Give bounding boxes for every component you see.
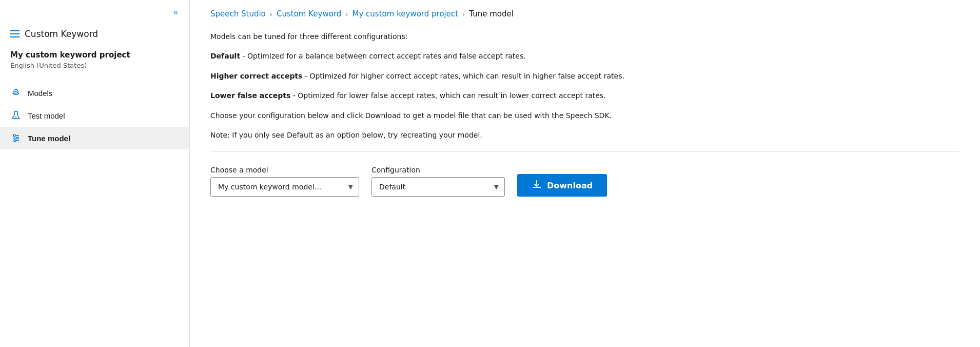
option-lower-term: Lower false accepts: [210, 91, 290, 100]
option-default-desc: - Optimized for a balance between correc…: [240, 52, 526, 60]
breadcrumb: Speech Studio › Custom Keyword › My cust…: [210, 0, 959, 31]
model-select[interactable]: My custom keyword model...: [210, 177, 359, 197]
sidebar-collapse-bar: «: [0, 0, 189, 23]
svg-point-8: [14, 140, 16, 142]
model-field: Choose a model My custom keyword model..…: [210, 166, 359, 197]
option-higher: Higher correct accepts - Optimized for h…: [210, 70, 959, 82]
sidebar-item-models[interactable]: Models: [0, 82, 189, 104]
breadcrumb-project[interactable]: My custom keyword project: [352, 9, 459, 18]
sidebar-item-tune-model-label: Tune model: [28, 134, 70, 143]
config-select[interactable]: Default Higher correct accepts Lower fal…: [371, 177, 505, 197]
config-select-wrapper: Default Higher correct accepts Lower fal…: [371, 177, 505, 197]
breadcrumb-sep-3: ›: [462, 10, 465, 18]
download-icon: [532, 179, 542, 191]
choose-paragraph: Choose your configuration below and clic…: [210, 110, 959, 121]
model-select-wrapper: My custom keyword model... ▼: [210, 177, 359, 197]
option-default-term: Default: [210, 52, 240, 60]
option-lower: Lower false accepts - Optimized for lowe…: [210, 90, 959, 101]
option-default: Default - Optimized for a balance betwee…: [210, 50, 959, 62]
option-higher-desc: - Optimized for higher correct accept ra…: [302, 72, 624, 80]
project-name: My custom keyword project: [10, 50, 179, 60]
models-icon: [10, 88, 22, 98]
main-content: Speech Studio › Custom Keyword › My cust…: [190, 0, 980, 347]
form-area: Choose a model My custom keyword model..…: [210, 166, 959, 197]
sidebar-item-test-model[interactable]: Test model: [0, 104, 189, 127]
option-lower-desc: - Optimized for lower false accept rates…: [290, 91, 605, 100]
note-paragraph: Note: If you only see Default as an opti…: [210, 129, 959, 141]
sidebar: « Custom Keyword My custom keyword proje…: [0, 0, 190, 347]
breadcrumb-sep-2: ›: [345, 10, 348, 18]
tune-icon: [10, 133, 22, 143]
svg-point-6: [16, 137, 18, 139]
download-button[interactable]: Download: [517, 174, 607, 197]
model-label: Choose a model: [210, 166, 359, 174]
sidebar-nav: Models Test model: [0, 82, 189, 149]
hamburger-icon[interactable]: [10, 30, 19, 37]
app-title-label: Custom Keyword: [25, 29, 98, 39]
breadcrumb-custom-keyword[interactable]: Custom Keyword: [277, 9, 341, 18]
config-label: Configuration: [371, 166, 505, 174]
option-higher-term: Higher correct accepts: [210, 72, 302, 80]
config-field: Configuration Default Higher correct acc…: [371, 166, 505, 197]
content-body: Models can be tuned for three different …: [210, 31, 959, 332]
download-label: Download: [547, 181, 593, 190]
sidebar-app-title: Custom Keyword: [0, 23, 189, 48]
breadcrumb-current: Tune model: [469, 9, 514, 18]
sidebar-project-section: My custom keyword project English (Unite…: [0, 48, 189, 78]
breadcrumb-sep-1: ›: [270, 10, 272, 18]
intro-paragraph: Models can be tuned for three different …: [210, 31, 959, 42]
sidebar-collapse-button[interactable]: «: [170, 7, 181, 17]
svg-point-1: [15, 91, 17, 92]
divider: [210, 151, 959, 151]
breadcrumb-speech-studio[interactable]: Speech Studio: [210, 9, 266, 18]
sidebar-item-tune-model[interactable]: Tune model: [0, 127, 189, 149]
sidebar-item-models-label: Models: [28, 89, 52, 98]
sidebar-item-test-model-label: Test model: [28, 111, 65, 120]
svg-point-4: [13, 134, 15, 137]
test-icon: [10, 110, 22, 121]
svg-point-2: [15, 117, 16, 118]
project-language: English (United States): [10, 62, 179, 69]
